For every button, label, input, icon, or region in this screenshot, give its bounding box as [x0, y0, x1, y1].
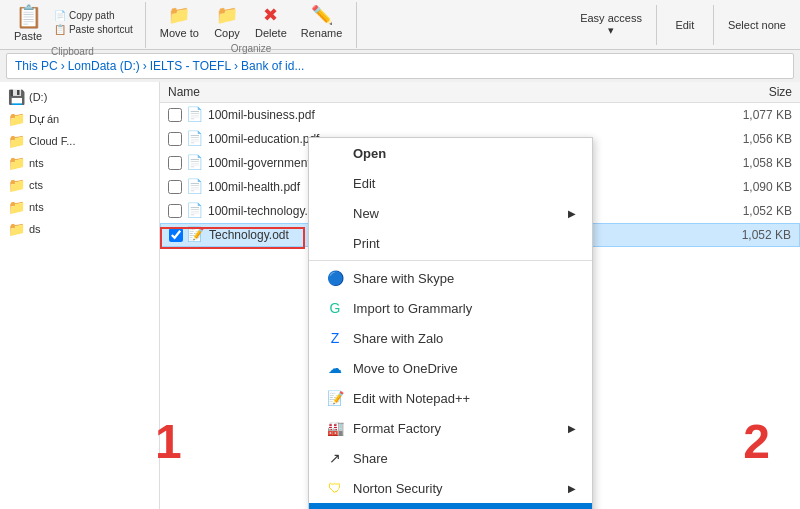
easy-access-button[interactable]: Easy access ▾ — [574, 10, 648, 39]
cm-share-icon: ↗ — [325, 448, 345, 468]
clipboard-label: Clipboard — [51, 44, 94, 57]
cm-open-with[interactable]: Open with... — [309, 503, 592, 509]
copy-path-button[interactable]: 📄 Copy path — [50, 9, 137, 22]
copy-to-button[interactable]: 📁 Copy — [207, 2, 247, 41]
sidebar-item-drive[interactable]: 💾 (D:) — [0, 86, 159, 108]
file-list-header: Name Size — [160, 82, 800, 103]
cm-new-label: New — [353, 206, 379, 221]
sidebar-item-label-project: Dự án — [29, 113, 59, 126]
sidebar-item-label: (D:) — [29, 91, 47, 103]
breadcrumb-part-0[interactable]: This PC — [15, 59, 58, 73]
cm-factory-icon: 🏭 — [325, 418, 345, 438]
clipboard-small-buttons: 📄 Copy path 📋 Paste shortcut — [50, 9, 137, 36]
cm-skype-icon: 🔵 — [325, 268, 345, 288]
cm-grammarly-icon: G — [325, 298, 345, 318]
file-checkbox-4[interactable] — [168, 204, 182, 218]
cm-onedrive[interactable]: ☁ Move to OneDrive — [309, 353, 592, 383]
file-checkbox-3[interactable] — [168, 180, 182, 194]
cm-print-label: Print — [353, 236, 380, 251]
cm-zalo[interactable]: Z Share with Zalo — [309, 323, 592, 353]
toolbar-divider-2 — [713, 5, 714, 45]
sidebar-item-cts[interactable]: 📁 cts — [0, 174, 159, 196]
cm-norton[interactable]: 🛡 Norton Security ▶ — [309, 473, 592, 503]
folder-icon-1: 📁 — [8, 133, 25, 149]
organize-group: 📁 Move to 📁 Copy ✖ Delete ✏️ Rename Orga… — [154, 2, 358, 48]
file-size-3: 1,090 KB — [712, 180, 792, 194]
organize-label: Organize — [231, 41, 272, 54]
sidebar-item-nts[interactable]: 📁 nts — [0, 152, 159, 174]
file-size-4: 1,052 KB — [712, 204, 792, 218]
table-row[interactable]: 📄 100mil-business.pdf 1,077 KB — [160, 103, 800, 127]
bc-sep-2: › — [234, 59, 238, 73]
file-checkbox-2[interactable] — [168, 156, 182, 170]
cm-print[interactable]: Print — [309, 228, 592, 258]
cm-grammarly[interactable]: G Import to Grammarly — [309, 293, 592, 323]
copy-icon: 📁 — [216, 4, 238, 26]
select-none-button[interactable]: Select none — [722, 17, 792, 33]
right-toolbar: Easy access ▾ Edit Select none — [574, 5, 792, 45]
move-to-button[interactable]: 📁 Move to — [154, 2, 205, 41]
folder-icon-4: 📁 — [8, 199, 25, 215]
sidebar-item-cloud[interactable]: 📁 Cloud F... — [0, 130, 159, 152]
breadcrumb: This PC › LomData (D:) › IELTS - TOEFL ›… — [6, 53, 794, 79]
cm-norton-arrow: ▶ — [568, 483, 576, 494]
breadcrumb-part-2[interactable]: IELTS - TOEFL — [150, 59, 231, 73]
cm-sep-1 — [309, 260, 592, 261]
main-area: 💾 (D:) 📁 Dự án 📁 Cloud F... 📁 nts 📁 cts … — [0, 82, 800, 509]
file-size-5: 1,052 KB — [711, 228, 791, 242]
edit-button[interactable]: Edit — [665, 17, 705, 33]
cm-new-icon — [325, 203, 345, 223]
cm-edit-icon — [325, 173, 345, 193]
bc-sep-1: › — [143, 59, 147, 73]
cm-onedrive-icon: ☁ — [325, 358, 345, 378]
file-checkbox-1[interactable] — [168, 132, 182, 146]
cm-share[interactable]: ↗ Share — [309, 443, 592, 473]
pdf-icon-2: 📄 — [186, 154, 204, 172]
col-name-header: Name — [168, 85, 712, 99]
organize-top: 📁 Move to 📁 Copy ✖ Delete ✏️ Rename — [154, 2, 349, 41]
cm-format-factory[interactable]: 🏭 Format Factory ▶ — [309, 413, 592, 443]
cm-print-icon — [325, 233, 345, 253]
paste-label: Paste — [14, 30, 42, 42]
cm-new[interactable]: New ▶ — [309, 198, 592, 228]
cm-onedrive-label: Move to OneDrive — [353, 361, 458, 376]
file-size-1: 1,056 KB — [712, 132, 792, 146]
col-size-header: Size — [712, 85, 792, 99]
folder-icon-5: 📁 — [8, 221, 25, 237]
cm-zalo-label: Share with Zalo — [353, 331, 443, 346]
cm-edit[interactable]: Edit — [309, 168, 592, 198]
cm-grammarly-label: Import to Grammarly — [353, 301, 472, 316]
cm-open-icon — [325, 143, 345, 163]
rename-button[interactable]: ✏️ Rename — [295, 2, 349, 41]
cm-share-label: Share — [353, 451, 388, 466]
file-checkbox-5[interactable] — [169, 228, 183, 242]
cm-skype[interactable]: 🔵 Share with Skype — [309, 263, 592, 293]
toolbar-divider — [656, 5, 657, 45]
paste-shortcut-button[interactable]: 📋 Paste shortcut — [50, 23, 137, 36]
pdf-icon-0: 📄 — [186, 106, 204, 124]
sidebar-item-label-cts: cts — [29, 179, 43, 191]
cm-zalo-icon: Z — [325, 328, 345, 348]
breadcrumb-part-1[interactable]: LomData (D:) — [68, 59, 140, 73]
sidebar-item-nts2[interactable]: 📁 nts — [0, 196, 159, 218]
cm-open[interactable]: Open — [309, 138, 592, 168]
cm-factory-arrow: ▶ — [568, 423, 576, 434]
breadcrumb-part-3[interactable]: Bank of id... — [241, 59, 304, 73]
cm-notepad-icon: 📝 — [325, 388, 345, 408]
sidebar-item-project[interactable]: 📁 Dự án — [0, 108, 159, 130]
paste-button[interactable]: 📋 Paste — [8, 2, 48, 44]
sidebar-item-ds[interactable]: 📁 ds — [0, 218, 159, 240]
context-menu: Open Edit New ▶ Print 🔵 Share with Skype… — [308, 137, 593, 509]
folder-icon-0: 📁 — [8, 111, 25, 127]
folder-icon-2: 📁 — [8, 155, 25, 171]
file-size-2: 1,058 KB — [712, 156, 792, 170]
cm-edit-label: Edit — [353, 176, 375, 191]
cm-notepad[interactable]: 📝 Edit with Notepad++ — [309, 383, 592, 413]
file-checkbox-0[interactable] — [168, 108, 182, 122]
copy-path-icon: 📄 — [54, 10, 66, 21]
delete-button[interactable]: ✖ Delete — [249, 2, 293, 41]
cm-notepad-label: Edit with Notepad++ — [353, 391, 470, 406]
cm-new-arrow: ▶ — [568, 208, 576, 219]
cm-norton-icon: 🛡 — [325, 478, 345, 498]
paste-shortcut-icon: 📋 — [54, 24, 66, 35]
